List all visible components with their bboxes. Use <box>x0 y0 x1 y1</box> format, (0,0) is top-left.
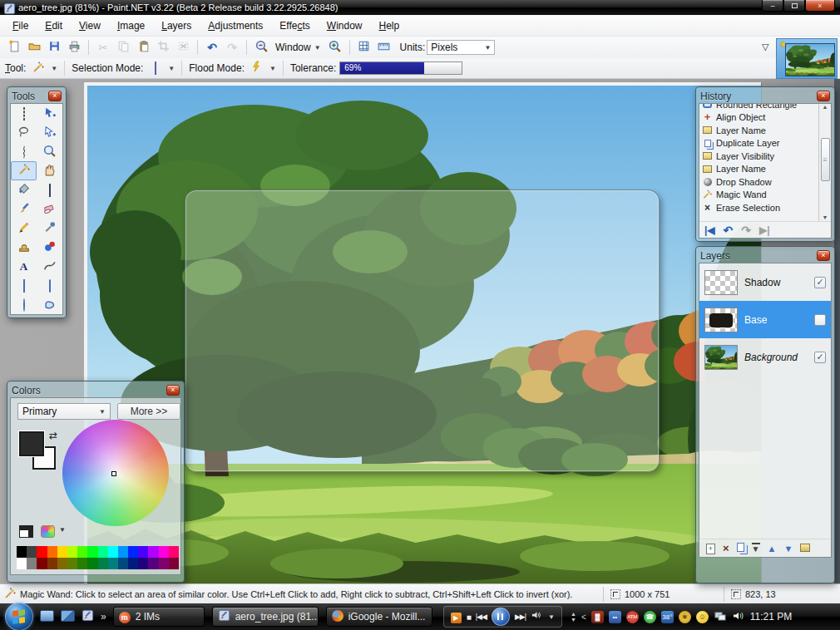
primary-color-swatch[interactable] <box>19 431 44 456</box>
show-desktop-icon[interactable] <box>40 610 54 624</box>
palette-swatch[interactable] <box>169 546 179 558</box>
move-down-button[interactable]: ▼ <box>783 543 793 554</box>
tool-pan[interactable] <box>37 161 62 180</box>
layer-row-shadow[interactable]: Shadow✓ <box>699 263 831 301</box>
image-list-funnel-icon[interactable]: ▽ <box>762 42 768 52</box>
taskbar-task[interactable]: aero_tree.jpg (81... <box>212 607 319 627</box>
new-file-button[interactable] <box>5 39 23 56</box>
history-scrollbar[interactable]: ▲ ≡ ▼ <box>818 104 831 221</box>
tool-lasso-select[interactable] <box>11 123 37 142</box>
palette-swatch[interactable] <box>87 546 97 558</box>
history-item[interactable]: Duplicate Layer <box>702 137 818 150</box>
tool-zoom[interactable] <box>37 142 62 161</box>
messenger-icon[interactable]: •• <box>609 611 621 623</box>
history-item[interactable]: Layer Name <box>702 124 818 137</box>
colors-close-icon[interactable]: × <box>166 385 180 396</box>
zoom-in-button[interactable] <box>326 39 344 56</box>
layer-row-background[interactable]: Background✓ <box>699 338 831 376</box>
taskbar-task[interactable]: iGoogle - Mozill... <box>326 607 432 627</box>
flood-mode-button[interactable] <box>248 60 266 76</box>
menu-window[interactable]: Window <box>319 17 370 34</box>
tool-paintbrush[interactable] <box>11 199 37 219</box>
layer-visibility-checkbox[interactable] <box>814 314 826 326</box>
tools-close-icon[interactable]: × <box>48 91 62 101</box>
atm-icon[interactable]: ATM <box>626 611 639 623</box>
network-icon[interactable] <box>714 609 727 625</box>
tool-gradient[interactable] <box>37 180 62 199</box>
history-item[interactable]: Magic Wand <box>702 189 818 202</box>
swap-colors-icon[interactable]: ⇄ <box>49 430 57 441</box>
menu-file[interactable]: File <box>5 17 36 34</box>
palette-swatch[interactable] <box>37 546 47 558</box>
copy-button[interactable] <box>114 39 132 56</box>
tool-rounded-rectangle[interactable] <box>37 276 62 295</box>
tolerance-slider[interactable]: 69% <box>339 62 462 75</box>
start-button[interactable] <box>5 603 33 630</box>
tool-color-picker[interactable] <box>37 219 62 238</box>
selection-mode-button[interactable] <box>146 60 165 76</box>
more-button[interactable]: More >> <box>117 403 180 420</box>
tool-paint-bucket[interactable] <box>11 180 37 199</box>
palette-swatch[interactable] <box>77 558 87 569</box>
next-button[interactable]: ▶▶| <box>515 613 526 621</box>
palette-swatch[interactable] <box>118 546 128 558</box>
crop-button[interactable] <box>154 39 172 56</box>
zoom-out-button[interactable] <box>252 39 270 56</box>
tool-pencil[interactable] <box>11 219 37 238</box>
palette-swatch[interactable] <box>148 546 158 558</box>
tool-move-selection[interactable] <box>37 123 62 142</box>
rounded-rectangle-selection[interactable] <box>185 189 660 472</box>
palette-swatch[interactable] <box>17 558 27 569</box>
image-list-thumbnail[interactable]: ★ <box>776 38 838 79</box>
menu-layers[interactable]: Layers <box>154 17 199 34</box>
palette-swatch[interactable] <box>27 558 37 569</box>
layer-properties-button[interactable] <box>800 543 810 554</box>
menu-effects[interactable]: Effects <box>272 17 317 34</box>
palette-swatch[interactable] <box>128 546 138 558</box>
palette-swatch[interactable] <box>108 558 118 569</box>
palette-swatch[interactable] <box>77 546 87 558</box>
current-tool-button[interactable] <box>29 60 47 76</box>
palette-swatch[interactable] <box>57 558 67 569</box>
quicklaunch-overflow-icon[interactable]: » <box>101 611 106 623</box>
menu-help[interactable]: Help <box>372 17 408 34</box>
tool-text[interactable]: A <box>11 257 37 276</box>
tool-eraser[interactable] <box>37 199 62 219</box>
selection-mode-caret-icon[interactable]: ▼ <box>168 65 175 72</box>
menu-edit[interactable]: Edit <box>37 17 70 34</box>
tool-move-selected-pixels[interactable] <box>37 104 62 123</box>
save-button[interactable] <box>45 39 63 56</box>
tool-clone-stamp[interactable] <box>11 238 37 257</box>
history-item[interactable]: ×Erase Selection <box>702 201 818 214</box>
palette-swatch[interactable] <box>128 558 138 569</box>
deselect-button[interactable] <box>174 39 192 56</box>
tool-rectangle[interactable] <box>11 276 37 295</box>
history-item[interactable]: Layer Visibility <box>702 150 818 163</box>
gear-icon[interactable]: ✱ <box>679 611 691 623</box>
menu-image[interactable]: Image <box>110 17 152 34</box>
color-mode-dropdown[interactable]: Primary▼ <box>17 403 111 420</box>
volume-icon[interactable] <box>732 609 745 625</box>
palette-swatch[interactable] <box>98 558 108 569</box>
stop-button[interactable]: ■ <box>467 613 471 622</box>
close-button[interactable]: × <box>805 0 835 12</box>
redo-button[interactable]: ↷ <box>223 39 241 56</box>
pause-button[interactable] <box>492 608 510 626</box>
delete-layer-button[interactable]: × <box>723 542 729 554</box>
palette-menu-caret-icon[interactable]: ▼ <box>59 526 66 534</box>
scrollbar-thumb[interactable]: ≡ <box>821 138 830 181</box>
tool-ellipse[interactable] <box>11 295 37 314</box>
history-item[interactable]: +Align Object <box>702 111 818 125</box>
history-undo-button[interactable]: ↶ <box>724 224 734 237</box>
palette-swatch[interactable] <box>67 546 77 558</box>
canvas[interactable] <box>87 86 761 583</box>
palette-swatch[interactable] <box>138 546 148 558</box>
palette-swatch[interactable] <box>57 546 67 558</box>
palette-swatch[interactable] <box>108 546 118 558</box>
tool-caret-icon[interactable]: ▼ <box>51 65 57 72</box>
transparency-icon[interactable] <box>19 525 33 538</box>
palette-swatch[interactable] <box>159 558 169 569</box>
palette-swatch[interactable] <box>98 546 108 558</box>
menu-view[interactable]: View <box>72 17 108 34</box>
history-redo-button[interactable]: ↷ <box>741 224 751 237</box>
